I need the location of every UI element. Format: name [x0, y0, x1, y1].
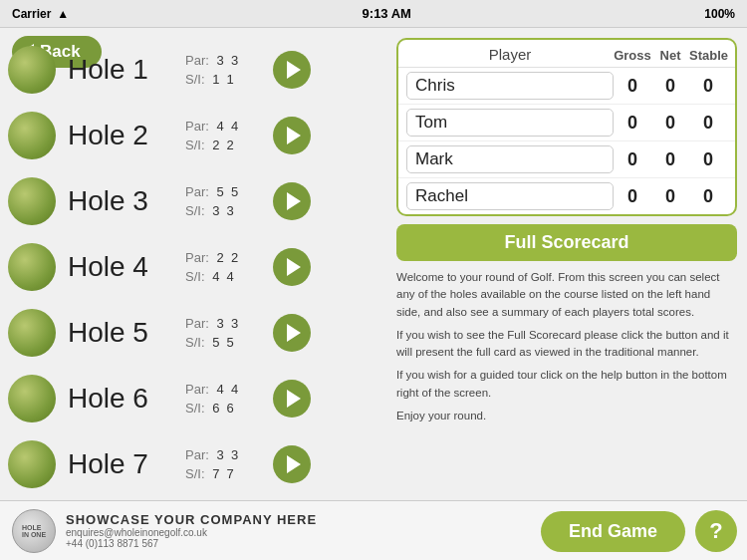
par-label: Par:	[185, 117, 209, 137]
si-label: S/I:	[185, 201, 205, 221]
par-label: Par:	[185, 248, 209, 268]
gross-score: 0	[614, 113, 651, 134]
scorecard-rows: Chris 0 0 0 Tom 0 0 0 Mark 0 0 0 Rachel	[398, 68, 735, 214]
play-icon	[287, 258, 301, 276]
logo-text-area: SHOWCASE YOUR COMPANY HERE enquires@whol…	[66, 512, 317, 549]
logo-icon: HOLEIN ONE	[12, 509, 56, 553]
par-label: Par:	[185, 445, 209, 465]
si-label: S/I:	[185, 136, 205, 155]
right-panel: Player Gross Net Stable Chris 0 0 0 Tom …	[388, 28, 747, 560]
si-value: 6 6	[209, 399, 234, 419]
bottom-bar: HOLEIN ONE SHOWCASE YOUR COMPANY HERE en…	[0, 500, 747, 560]
status-bar: Carrier ▲ 9:13 AM 100%	[0, 0, 747, 28]
hole-name: Hole 2	[68, 120, 177, 151]
player-scores: 0 0 0	[614, 149, 727, 170]
si-value: 7 7	[209, 464, 234, 484]
full-scorecard-button[interactable]: Full Scorecard	[396, 224, 737, 261]
play-hole-button[interactable]	[273, 445, 311, 483]
play-hole-button[interactable]	[273, 380, 311, 418]
hole-row: Hole 4 Par: 2 2 S/I: 4 4	[8, 235, 388, 299]
gross-score: 0	[614, 186, 651, 207]
hole-icon	[8, 375, 56, 422]
par-value: 5 5	[213, 182, 238, 202]
hole-stats: Par: 3 3 S/I: 5 5	[185, 314, 265, 353]
right-bottom-actions: End Game ?	[541, 510, 737, 552]
hole-icon	[8, 112, 56, 159]
play-hole-button[interactable]	[273, 314, 311, 352]
hole-icon	[8, 177, 56, 225]
player-scores: 0 0 0	[614, 113, 727, 134]
hole-stats: Par: 4 4 S/I: 6 6	[185, 380, 265, 419]
holes-panel: Hole 1 Par: 3 3 S/I: 1 1 Hole 2 Par:	[0, 28, 388, 500]
gross-col-header: Gross	[614, 49, 651, 63]
end-game-button[interactable]: End Game	[541, 511, 685, 552]
si-label: S/I:	[185, 464, 205, 484]
gross-score: 0	[614, 76, 651, 97]
stable-col-header: Stable	[689, 49, 727, 63]
si-label: S/I:	[185, 333, 205, 353]
play-icon	[287, 324, 301, 342]
par-value: 3 3	[213, 314, 238, 334]
player-scores: 0 0 0	[614, 76, 727, 97]
hole-stats: Par: 3 3 S/I: 7 7	[185, 445, 265, 484]
play-hole-button[interactable]	[273, 51, 311, 89]
time-label: 9:13 AM	[363, 6, 411, 21]
hole-stats: Par: 2 2 S/I: 4 4	[185, 248, 265, 287]
hole-name: Hole 5	[68, 317, 177, 349]
scorecard-player-row: Tom 0 0 0	[398, 105, 735, 141]
hole-icon	[8, 309, 56, 357]
description-paragraph: Enjoy your round.	[396, 408, 737, 424]
gross-score: 0	[614, 149, 651, 170]
si-value: 1 1	[209, 70, 234, 90]
player-name: Chris	[406, 72, 614, 100]
scorecard-box: Player Gross Net Stable Chris 0 0 0 Tom …	[396, 38, 737, 216]
net-score: 0	[651, 149, 689, 170]
si-label: S/I:	[185, 399, 205, 419]
hole-icon	[8, 46, 56, 94]
scorecard-player-row: Chris 0 0 0	[398, 68, 735, 105]
stable-score: 0	[689, 149, 727, 170]
si-label: S/I:	[185, 70, 205, 90]
player-col-header: Player	[406, 46, 614, 63]
par-label: Par:	[185, 182, 209, 202]
stable-score: 0	[689, 76, 727, 97]
play-icon	[287, 390, 301, 408]
hole-name: Hole 3	[68, 185, 177, 217]
par-value: 4 4	[213, 380, 238, 400]
hole-icon	[8, 440, 56, 488]
play-hole-button[interactable]	[273, 182, 311, 220]
description-paragraph: Welcome to your round of Golf. From this…	[396, 269, 737, 321]
battery-label: 100%	[704, 7, 735, 21]
net-col-header: Net	[651, 49, 689, 63]
par-label: Par:	[185, 51, 209, 71]
player-name: Tom	[406, 109, 614, 137]
par-value: 3 3	[213, 445, 238, 465]
play-hole-button[interactable]	[273, 117, 311, 154]
logo-area: HOLEIN ONE SHOWCASE YOUR COMPANY HERE en…	[12, 509, 317, 553]
player-name: Rachel	[406, 182, 614, 210]
hole-row: Hole 7 Par: 3 3 S/I: 7 7	[8, 432, 388, 496]
score-col-headers: Gross Net Stable	[614, 49, 727, 63]
wifi-icon: ▲	[57, 7, 69, 21]
description-paragraph: If you wish to see the Full Scorecard pl…	[396, 327, 737, 362]
par-label: Par:	[185, 314, 209, 334]
par-value: 3 3	[213, 51, 238, 71]
si-value: 2 2	[209, 136, 234, 155]
si-value: 3 3	[209, 201, 234, 221]
description-paragraph: If you wish for a guided tour click on t…	[396, 367, 737, 402]
play-hole-button[interactable]	[273, 248, 311, 286]
net-score: 0	[651, 186, 689, 207]
hole-stats: Par: 5 5 S/I: 3 3	[185, 182, 265, 221]
hole-name: Hole 6	[68, 383, 177, 415]
hole-stats: Par: 3 3 S/I: 1 1	[185, 51, 265, 90]
player-scores: 0 0 0	[614, 186, 727, 207]
hole-icon	[8, 243, 56, 291]
par-label: Par:	[185, 380, 209, 400]
help-button[interactable]: ?	[695, 510, 737, 552]
par-value: 4 4	[213, 117, 238, 137]
player-name: Mark	[406, 145, 614, 173]
hole-row: Hole 3 Par: 5 5 S/I: 3 3	[8, 169, 388, 233]
hole-row: Hole 1 Par: 3 3 S/I: 1 1	[8, 38, 388, 102]
si-label: S/I:	[185, 267, 205, 287]
scorecard-header: Player Gross Net Stable	[398, 40, 735, 68]
